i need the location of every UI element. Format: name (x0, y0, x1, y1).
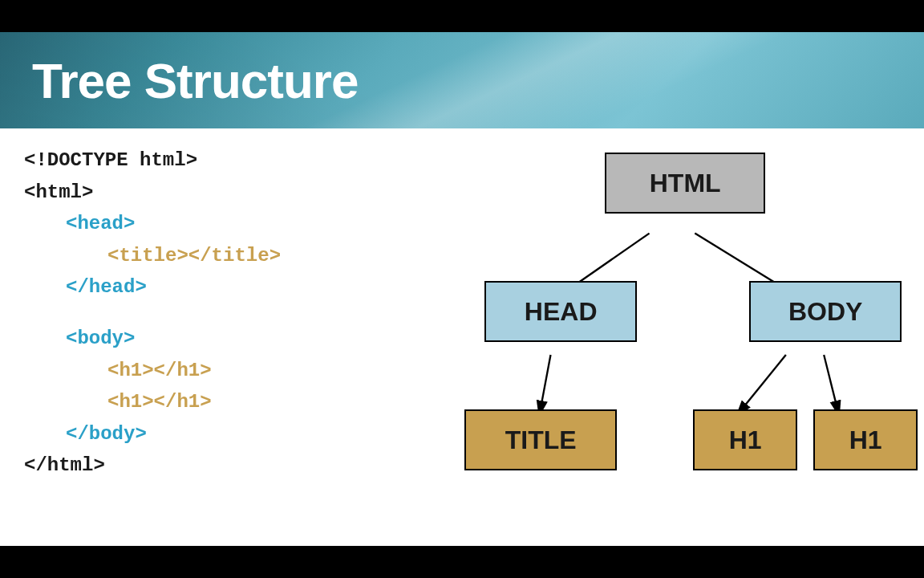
slide: Tree Structure <!DOCTYPE html> <html> <h… (0, 32, 924, 546)
slide-header: Tree Structure (0, 32, 924, 128)
slide-content: <!DOCTYPE html> <html> <head> <title></t… (0, 128, 924, 546)
slide-title: Tree Structure (32, 52, 358, 109)
tree-node-html: HTML (605, 153, 765, 214)
code-line-html-close: </html> (24, 450, 444, 482)
tree-node-h1-b: H1 (813, 409, 918, 470)
tree-node-body: BODY (749, 281, 902, 342)
code-block: <!DOCTYPE html> <html> <head> <title></t… (24, 144, 444, 538)
tree-node-head: HEAD (484, 281, 637, 342)
tree-diagram: HTML HEAD BODY TITLE H1 H1 (444, 144, 900, 538)
svg-line-3 (737, 355, 787, 416)
tree-node-h1-a: H1 (693, 409, 797, 470)
code-line-doctype: <!DOCTYPE html> (24, 144, 444, 177)
tree-node-title: TITLE (464, 409, 617, 470)
code-line-body-open: <body> (24, 323, 444, 355)
code-line-html-open: <html> (24, 177, 444, 209)
svg-line-4 (824, 355, 839, 416)
code-line-title: <title></title> (24, 240, 444, 272)
code-line-h1-a: <h1></h1> (24, 355, 444, 387)
code-line-head-close: </head> (24, 271, 444, 303)
code-line-body-close: </body> (24, 418, 444, 450)
svg-line-2 (539, 355, 550, 416)
code-line-h1-b: <h1></h1> (24, 386, 444, 418)
code-line-head-open: <head> (24, 208, 444, 240)
code-blank-line (24, 303, 444, 323)
